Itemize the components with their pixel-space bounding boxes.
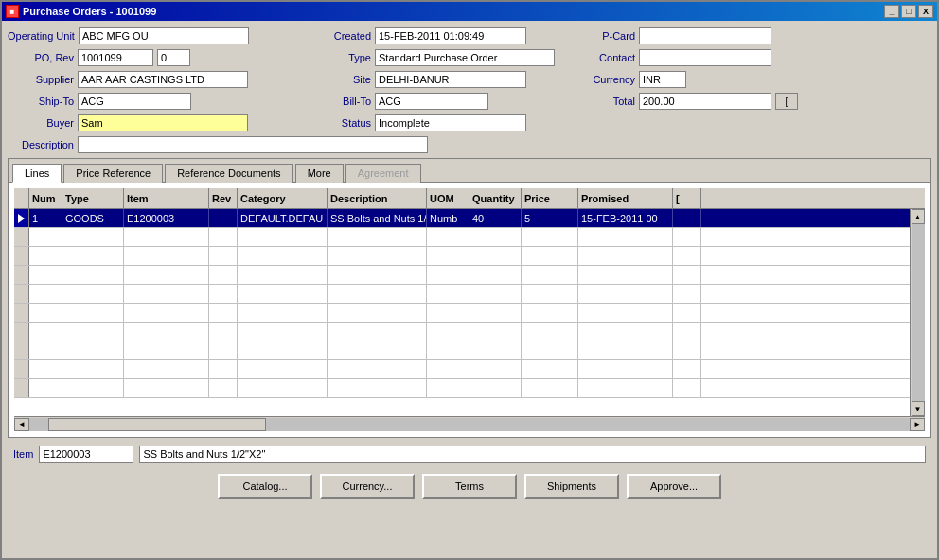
cell-price-8[interactable] — [522, 341, 578, 359]
table-row[interactable] — [14, 360, 910, 379]
cell-num-8[interactable] — [29, 341, 62, 359]
cell-extra-6[interactable] — [673, 304, 701, 322]
cell-quantity-1[interactable]: 40 — [470, 209, 522, 227]
cell-num-1[interactable]: 1 — [29, 209, 62, 227]
table-row[interactable] — [14, 379, 910, 398]
cell-rev-10[interactable] — [209, 379, 238, 397]
p-card-input[interactable] — [639, 27, 771, 44]
cell-item-8[interactable] — [124, 341, 209, 359]
cell-promised-7[interactable] — [578, 323, 673, 341]
cell-type-2[interactable] — [62, 228, 124, 246]
total-button[interactable]: [ — [775, 93, 798, 110]
terms-button[interactable]: Terms — [422, 474, 517, 499]
cell-quantity-7[interactable] — [470, 323, 522, 341]
cell-rev-3[interactable] — [209, 247, 238, 265]
horizontal-scrollbar[interactable]: ◄ ► — [14, 416, 925, 431]
cell-type-6[interactable] — [62, 304, 124, 322]
cell-description-2[interactable] — [328, 228, 427, 246]
cell-description-3[interactable] — [328, 247, 427, 265]
cell-uom-2[interactable] — [427, 228, 470, 246]
cell-category-9[interactable] — [238, 360, 328, 378]
bill-to-input[interactable] — [375, 93, 488, 110]
cell-num-10[interactable] — [29, 379, 62, 397]
cell-num-9[interactable] — [29, 360, 62, 378]
cell-category-2[interactable] — [238, 228, 328, 246]
cell-description-8[interactable] — [328, 341, 427, 359]
cell-price-6[interactable] — [522, 304, 578, 322]
item-description-input[interactable] — [139, 446, 926, 463]
cell-extra-2[interactable] — [673, 228, 701, 246]
supplier-input[interactable] — [78, 71, 248, 88]
po-rev-input[interactable] — [78, 49, 153, 66]
cell-description-6[interactable] — [328, 304, 427, 322]
total-input[interactable] — [639, 93, 771, 110]
cell-category-8[interactable] — [238, 341, 328, 359]
scroll-track[interactable] — [912, 224, 925, 401]
tab-reference-documents[interactable]: Reference Documents — [165, 164, 292, 183]
tab-lines[interactable]: Lines — [12, 164, 62, 183]
cell-uom-5[interactable] — [427, 285, 470, 303]
cell-quantity-6[interactable] — [470, 304, 522, 322]
minimize-button[interactable]: _ — [884, 5, 899, 18]
cell-quantity-3[interactable] — [470, 247, 522, 265]
cell-item-7[interactable] — [124, 323, 209, 341]
cell-uom-4[interactable] — [427, 266, 470, 284]
cell-item-9[interactable] — [124, 360, 209, 378]
cell-extra-7[interactable] — [673, 323, 701, 341]
operating-unit-input[interactable] — [79, 27, 249, 44]
cell-extra-1[interactable] — [673, 209, 701, 227]
ship-to-input[interactable] — [78, 93, 191, 110]
table-row[interactable] — [14, 285, 910, 304]
contact-input[interactable] — [639, 49, 771, 66]
cell-category-4[interactable] — [238, 266, 328, 284]
cell-type-8[interactable] — [62, 341, 124, 359]
item-number-input[interactable] — [39, 446, 133, 463]
approve-button[interactable]: Approve... — [627, 474, 721, 499]
scroll-right-button[interactable]: ► — [910, 418, 925, 431]
po-rev-seq-input[interactable] — [157, 49, 190, 66]
cell-uom-1[interactable]: Numb — [427, 209, 470, 227]
table-row[interactable] — [14, 323, 910, 341]
cell-category-6[interactable] — [238, 304, 328, 322]
cell-extra-3[interactable] — [673, 247, 701, 265]
cell-description-9[interactable] — [328, 360, 427, 378]
cell-type-4[interactable] — [62, 266, 124, 284]
scroll-h-thumb[interactable] — [48, 418, 266, 431]
cell-item-6[interactable] — [124, 304, 209, 322]
created-input[interactable] — [375, 27, 526, 44]
cell-description-5[interactable] — [328, 285, 427, 303]
cell-item-10[interactable] — [124, 379, 209, 397]
cell-description-7[interactable] — [328, 323, 427, 341]
cell-promised-9[interactable] — [578, 360, 673, 378]
cell-rev-1[interactable] — [209, 209, 238, 227]
cell-type-1[interactable]: GOODS — [62, 209, 124, 227]
maximize-button[interactable]: □ — [901, 5, 916, 18]
cell-item-2[interactable] — [124, 228, 209, 246]
site-input[interactable] — [375, 71, 526, 88]
scroll-h-track[interactable] — [29, 418, 910, 431]
cell-rev-6[interactable] — [209, 304, 238, 322]
cell-promised-6[interactable] — [578, 304, 673, 322]
cell-price-1[interactable]: 5 — [522, 209, 578, 227]
cell-promised-1[interactable]: 15-FEB-2011 00 — [578, 209, 673, 227]
close-button[interactable]: X — [918, 5, 933, 18]
cell-type-5[interactable] — [62, 285, 124, 303]
cell-item-4[interactable] — [124, 266, 209, 284]
table-row[interactable] — [14, 341, 910, 360]
cell-item-1[interactable]: E1200003 — [124, 209, 209, 227]
currency-input[interactable] — [639, 71, 686, 88]
scroll-left-button[interactable]: ◄ — [14, 418, 29, 431]
cell-category-5[interactable] — [238, 285, 328, 303]
cell-quantity-9[interactable] — [470, 360, 522, 378]
cell-uom-7[interactable] — [427, 323, 470, 341]
cell-promised-2[interactable] — [578, 228, 673, 246]
buyer-input[interactable] — [78, 114, 248, 131]
status-input[interactable] — [375, 114, 526, 131]
table-row[interactable] — [14, 228, 910, 247]
cell-num-6[interactable] — [29, 304, 62, 322]
cell-price-4[interactable] — [522, 266, 578, 284]
shipments-button[interactable]: Shipments — [524, 474, 619, 499]
cell-rev-4[interactable] — [209, 266, 238, 284]
cell-description-1[interactable]: SS Bolts and Nuts 1/2 — [328, 209, 427, 227]
cell-quantity-8[interactable] — [470, 341, 522, 359]
